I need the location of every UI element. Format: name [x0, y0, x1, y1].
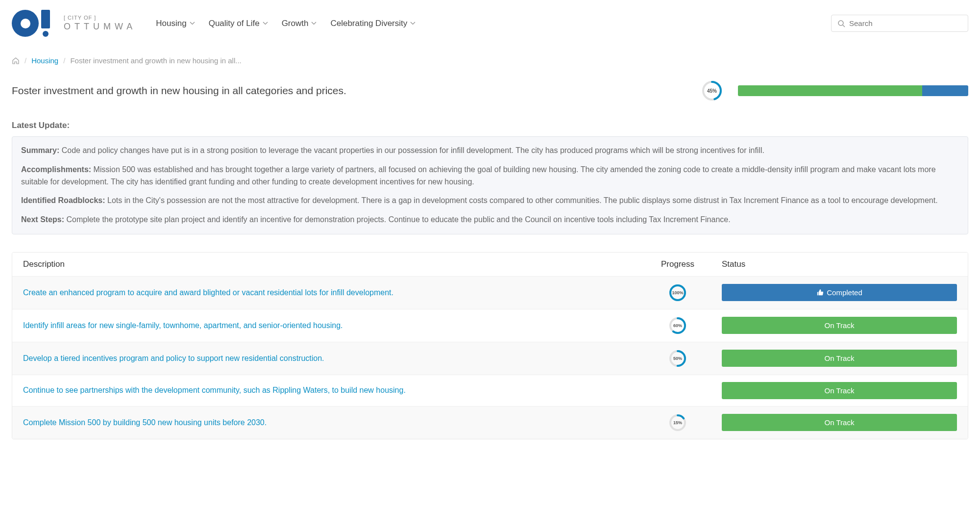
- status-badge: On Track: [722, 382, 957, 399]
- update-box: Summary: Code and policy changes have pu…: [12, 136, 968, 234]
- breadcrumb-current: Foster investment and growth in new hous…: [70, 56, 241, 65]
- progress-cell: 100%: [634, 283, 722, 302]
- initiative-link[interactable]: Identify infill areas for new single-fam…: [23, 321, 634, 330]
- header: [ CITY OF ] OTTUMWA Housing Quality of L…: [12, 10, 968, 37]
- initiatives-table: Description Progress Status Create an en…: [12, 252, 968, 439]
- nav: Housing Quality of Life Growth Celebrati…: [156, 19, 416, 28]
- nav-label: Housing: [156, 19, 186, 28]
- search-box[interactable]: [831, 15, 968, 32]
- table-row: Create an enhanced program to acquire an…: [12, 277, 968, 309]
- update-next-steps: Next Steps: Complete the prototype site …: [21, 214, 959, 226]
- initiative-link[interactable]: Create an enhanced program to acquire an…: [23, 288, 634, 297]
- progress-cell: 50%: [634, 349, 722, 368]
- progress-label: 100%: [672, 290, 683, 295]
- logo-text: [ CITY OF ] OTTUMWA: [64, 15, 136, 32]
- chevron-down-icon: [410, 21, 416, 26]
- accomplishments-text: Mission 500 was established and has brou…: [21, 165, 936, 186]
- status-cell: On Track: [722, 350, 957, 367]
- progress-label: 50%: [673, 356, 682, 361]
- status-label: On Track: [825, 386, 855, 395]
- nav-item-quality[interactable]: Quality of Life: [209, 19, 268, 28]
- update-accomplishments: Accomplishments: Mission 500 was establi…: [21, 164, 959, 188]
- status-label: On Track: [825, 418, 855, 427]
- nav-label: Quality of Life: [209, 19, 260, 28]
- accomplishments-label: Accomplishments:: [21, 165, 91, 174]
- initiative-link[interactable]: Develop a tiered incentives program and …: [23, 354, 634, 363]
- status-badge: On Track: [722, 350, 957, 367]
- progress-label: 60%: [673, 323, 682, 328]
- roadblocks-label: Identified Roadblocks:: [21, 196, 105, 204]
- chevron-down-icon: [190, 21, 195, 26]
- overall-progress-label: 45%: [707, 88, 717, 94]
- logo[interactable]: [ CITY OF ] OTTUMWA: [12, 10, 136, 37]
- search-input[interactable]: [849, 19, 962, 27]
- thumbs-up-icon: [816, 289, 824, 296]
- logo-subtitle: [ CITY OF ]: [64, 15, 136, 21]
- initiative-link[interactable]: Complete Mission 500 by building 500 new…: [23, 418, 634, 427]
- status-bar-blue: [922, 85, 968, 96]
- progress-circle: 60%: [668, 316, 687, 335]
- status-bar-green: [738, 85, 922, 96]
- search-icon: [837, 20, 845, 27]
- status-cell: On Track: [722, 317, 957, 334]
- table-row: Complete Mission 500 by building 500 new…: [12, 407, 968, 439]
- nav-label: Celebrating Diversity: [330, 19, 407, 28]
- summary-text: Code and policy changes have put is in a…: [59, 146, 764, 154]
- logo-title: OTTUMWA: [64, 22, 136, 32]
- header-progress: Progress: [634, 259, 722, 269]
- home-icon[interactable]: [12, 57, 20, 65]
- breadcrumb-housing[interactable]: Housing: [31, 56, 58, 65]
- chevron-down-icon: [311, 21, 317, 26]
- summary-label: Summary:: [21, 146, 59, 154]
- progress-cell: 60%: [634, 316, 722, 335]
- svg-line-1: [843, 25, 845, 27]
- breadcrumb: / Housing / Foster investment and growth…: [12, 56, 968, 65]
- status-badge: Completed: [722, 284, 957, 301]
- chevron-down-icon: [263, 21, 268, 26]
- header-status: Status: [722, 259, 957, 269]
- nav-label: Growth: [282, 19, 309, 28]
- progress-circle: 50%: [668, 349, 687, 368]
- update-summary: Summary: Code and policy changes have pu…: [21, 145, 959, 157]
- svg-point-0: [838, 21, 843, 25]
- status-cell: On Track: [722, 382, 957, 399]
- overall-progress-circle: 45%: [702, 80, 722, 101]
- progress-cell: 15%: [634, 413, 722, 432]
- header-description: Description: [23, 259, 634, 269]
- logo-icon: [12, 10, 56, 37]
- status-label: Completed: [827, 288, 862, 297]
- status-label: On Track: [825, 354, 855, 362]
- status-cell: On Track: [722, 414, 957, 431]
- status-badge: On Track: [722, 414, 957, 431]
- page-title: Foster investment and growth in new hous…: [12, 85, 686, 97]
- table-row: Identify infill areas for new single-fam…: [12, 309, 968, 342]
- nav-item-housing[interactable]: Housing: [156, 19, 195, 28]
- breadcrumb-sep: /: [63, 56, 65, 65]
- progress-circle: 100%: [668, 283, 687, 302]
- nav-item-diversity[interactable]: Celebrating Diversity: [330, 19, 416, 28]
- status-badge: On Track: [722, 317, 957, 334]
- status-cell: Completed: [722, 284, 957, 301]
- status-label: On Track: [825, 321, 855, 330]
- breadcrumb-sep: /: [24, 56, 26, 65]
- header-left: [ CITY OF ] OTTUMWA Housing Quality of L…: [12, 10, 416, 37]
- table-row: Continue to see partnerships with the de…: [12, 375, 968, 407]
- title-row: Foster investment and growth in new hous…: [12, 80, 968, 101]
- nav-item-growth[interactable]: Growth: [282, 19, 317, 28]
- progress-circle: 15%: [668, 413, 687, 432]
- initiative-link[interactable]: Continue to see partnerships with the de…: [23, 386, 634, 395]
- roadblocks-text: Lots in the City's possession are not th…: [105, 196, 938, 204]
- progress-label: 15%: [673, 420, 682, 425]
- table-header: Description Progress Status: [12, 253, 968, 277]
- next-steps-text: Complete the prototype site plan project…: [64, 215, 731, 224]
- latest-update-heading: Latest Update:: [12, 121, 968, 130]
- update-roadblocks: Identified Roadblocks: Lots in the City'…: [21, 195, 959, 207]
- status-bar: [738, 85, 968, 96]
- next-steps-label: Next Steps:: [21, 215, 64, 224]
- table-row: Develop a tiered incentives program and …: [12, 342, 968, 375]
